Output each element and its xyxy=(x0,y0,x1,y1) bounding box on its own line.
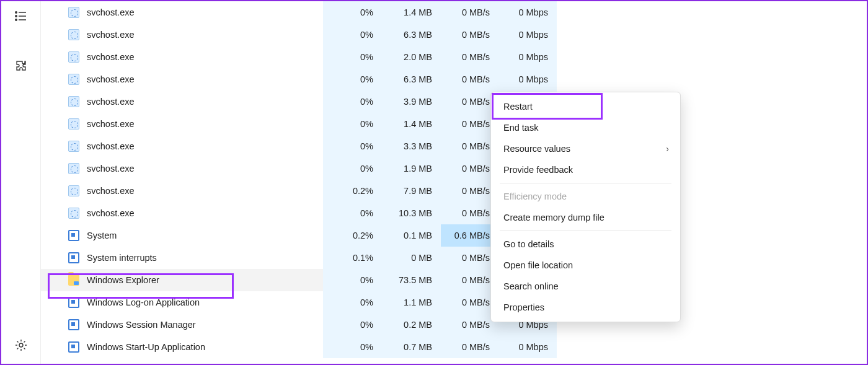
table-row[interactable]: svchost.exe0%6.3 MB0 MB/s0 Mbps xyxy=(41,24,557,46)
system-icon xyxy=(68,341,79,353)
cell-mem: 73.5 MB xyxy=(382,269,441,291)
menu-provide-feedback[interactable]: Provide feedback xyxy=(495,159,676,180)
cell-disk: 0 MB/s xyxy=(441,1,498,24)
cell-cpu: 0% xyxy=(323,46,382,68)
cell-net: 0 Mbps xyxy=(498,336,557,358)
service-icon xyxy=(68,96,79,107)
table-row[interactable]: Windows Session Manager0%0.2 MB0 MB/s0 M… xyxy=(41,314,557,336)
table-row[interactable]: Windows Log-on Application0%1.1 MB0 MB/s… xyxy=(41,291,557,314)
chevron-right-icon: › xyxy=(666,144,669,154)
cell-mem: 0.2 MB xyxy=(382,314,441,336)
table-row[interactable]: svchost.exe0%1.9 MB0 MB/s0 Mbps xyxy=(41,157,557,180)
service-icon xyxy=(68,29,79,40)
cell-cpu: 0.1% xyxy=(323,247,382,269)
table-row[interactable]: svchost.exe0%6.3 MB0 MB/s0 Mbps xyxy=(41,68,557,90)
menu-open-file-location[interactable]: Open file location xyxy=(495,255,676,276)
cell-disk: 0 MB/s xyxy=(441,24,498,46)
table-row[interactable]: svchost.exe0.2%7.9 MB0 MB/s0 Mbps xyxy=(41,180,557,202)
menu-resource-values[interactable]: Resource values› xyxy=(495,138,676,159)
process-name: Windows Explorer xyxy=(68,275,159,285)
service-icon xyxy=(68,163,79,174)
cell-mem: 1.4 MB xyxy=(382,1,441,24)
service-icon xyxy=(68,118,79,130)
process-table: svchost.exe0%1.4 MB0 MB/s0 Mbpssvchost.e… xyxy=(41,1,557,358)
table-row[interactable]: Windows Explorer0%73.5 MB0 MB/s0 Mbps xyxy=(41,269,557,291)
cell-mem: 0.7 MB xyxy=(382,336,441,358)
service-icon xyxy=(68,74,79,85)
cell-mem: 3.9 MB xyxy=(382,90,441,113)
cell-cpu: 0% xyxy=(323,269,382,291)
cell-mem: 1.4 MB xyxy=(382,113,441,135)
cell-mem: 7.9 MB xyxy=(382,180,441,202)
cell-cpu: 0% xyxy=(323,90,382,113)
cell-mem: 0.1 MB xyxy=(382,224,441,247)
table-row[interactable]: Windows Start-Up Application0%0.7 MB0 MB… xyxy=(41,336,557,358)
table-row[interactable]: svchost.exe0%2.0 MB0 MB/s0 Mbps xyxy=(41,46,557,68)
system-icon xyxy=(68,252,79,263)
menu-search-online[interactable]: Search online xyxy=(495,276,676,297)
svg-point-4 xyxy=(15,15,16,17)
cell-mem: 6.3 MB xyxy=(382,24,441,46)
table-row[interactable]: System0.2%0.1 MB0.6 MB/s0 Mbps xyxy=(41,224,557,247)
cell-mem: 10.3 MB xyxy=(382,202,441,224)
cell-cpu: 0% xyxy=(323,68,382,90)
left-sidebar xyxy=(1,1,41,364)
service-icon xyxy=(68,141,79,152)
svg-point-5 xyxy=(15,19,16,20)
cell-net: 0 Mbps xyxy=(498,68,557,90)
cell-net: 0 Mbps xyxy=(498,46,557,68)
svg-point-3 xyxy=(15,12,16,13)
process-list: svchost.exe0%1.4 MB0 MB/s0 Mbpssvchost.e… xyxy=(41,1,867,364)
cell-net: 0 Mbps xyxy=(498,24,557,46)
cell-disk: 0 MB/s xyxy=(441,46,498,68)
cell-mem: 0 MB xyxy=(382,247,441,269)
menu-end-task[interactable]: End task xyxy=(495,117,676,138)
table-row[interactable]: System interrupts0.1%0 MB0 MB/s0 Mbps xyxy=(41,247,557,269)
service-icon xyxy=(68,185,79,196)
menu-go-to-details[interactable]: Go to details xyxy=(495,234,676,255)
cell-mem: 3.3 MB xyxy=(382,135,441,157)
cell-cpu: 0% xyxy=(323,202,382,224)
cell-cpu: 0% xyxy=(323,24,382,46)
table-row[interactable]: svchost.exe0%3.9 MB0 MB/s0 Mbps xyxy=(41,90,557,113)
cell-cpu: 0% xyxy=(323,135,382,157)
cell-mem: 1.9 MB xyxy=(382,157,441,180)
service-icon xyxy=(68,51,79,63)
table-row[interactable]: svchost.exe0%1.4 MB0 MB/s0 Mbps xyxy=(41,1,557,24)
process-name: Windows Log-on Application xyxy=(68,297,200,307)
cell-mem: 6.3 MB xyxy=(382,68,441,90)
extensions-icon[interactable] xyxy=(9,53,33,78)
table-row[interactable]: svchost.exe0%10.3 MB0 MB/s0 Mbps xyxy=(41,202,557,224)
cell-net: 0 Mbps xyxy=(498,1,557,24)
service-icon xyxy=(68,208,79,219)
menu-properties[interactable]: Properties xyxy=(495,297,676,318)
process-name: Windows Start-Up Application xyxy=(68,342,205,352)
cell-cpu: 0% xyxy=(323,157,382,180)
cell-cpu: 0% xyxy=(323,113,382,135)
list-view-icon[interactable] xyxy=(9,4,33,29)
process-name: System interrupts xyxy=(68,253,157,263)
system-icon xyxy=(68,230,79,241)
table-row[interactable]: svchost.exe0%3.3 MB0 MB/s0 Mbps xyxy=(41,135,557,157)
table-row[interactable]: svchost.exe0%1.4 MB0 MB/s0 Mbps xyxy=(41,113,557,135)
folder-icon xyxy=(68,275,79,286)
cell-mem: 2.0 MB xyxy=(382,46,441,68)
system-icon xyxy=(68,297,79,308)
cell-cpu: 0% xyxy=(323,336,382,358)
cell-disk: 0 MB/s xyxy=(441,68,498,90)
context-menu: Restart End task Resource values› Provid… xyxy=(490,92,681,322)
menu-create-dump[interactable]: Create memory dump file xyxy=(495,207,676,228)
cell-cpu: 0.2% xyxy=(323,224,382,247)
cell-cpu: 0% xyxy=(323,314,382,336)
settings-icon[interactable] xyxy=(9,333,33,358)
menu-efficiency-mode: Efficiency mode xyxy=(495,186,676,207)
cell-cpu: 0% xyxy=(323,291,382,314)
cell-disk: 0 MB/s xyxy=(441,336,498,358)
svg-point-6 xyxy=(19,343,23,347)
cell-cpu: 0% xyxy=(323,1,382,24)
menu-restart[interactable]: Restart xyxy=(495,96,676,117)
service-icon xyxy=(68,7,79,18)
cell-cpu: 0.2% xyxy=(323,180,382,202)
process-name: Windows Session Manager xyxy=(68,320,196,330)
cell-mem: 1.1 MB xyxy=(382,291,441,314)
